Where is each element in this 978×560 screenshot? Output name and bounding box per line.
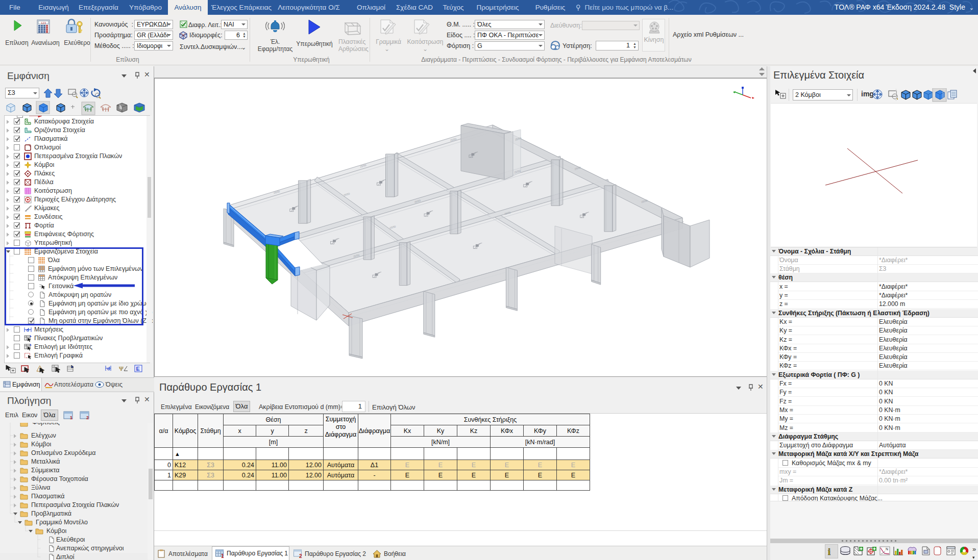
svg-text:Ψ: Ψ <box>119 365 124 372</box>
svg-text:d: d <box>107 366 110 371</box>
svg-text:2: 2 <box>299 553 302 558</box>
svg-text:1: 1 <box>70 415 72 420</box>
svg-text:N: N <box>886 547 888 551</box>
svg-text:i: i <box>828 547 830 557</box>
svg-text:E: E <box>136 366 140 372</box>
svg-text:d: d <box>27 327 30 333</box>
svg-text:123: 123 <box>41 21 46 24</box>
svg-text:1: 1 <box>221 553 224 558</box>
svg-text:2: 2 <box>86 415 89 420</box>
